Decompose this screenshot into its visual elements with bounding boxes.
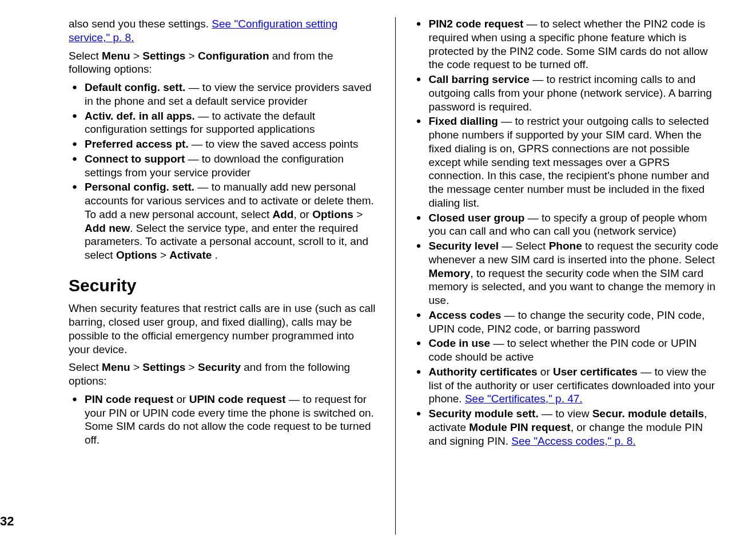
list-item: Authority certificates or User certifica… xyxy=(413,365,722,406)
certificates-link[interactable]: See "Certificates," p. 47. xyxy=(465,393,583,405)
config-options-list: Default config. sett. — to view the serv… xyxy=(69,81,378,262)
security-intro: When security features that restrict cal… xyxy=(69,302,378,356)
list-item: Security level — Select Phone to request… xyxy=(413,239,722,307)
page-number: 32 xyxy=(0,513,14,529)
list-item: Code in use — to select whether the PIN … xyxy=(413,337,722,364)
security-heading: Security xyxy=(69,275,378,296)
menu-label: Menu xyxy=(102,50,130,62)
list-item: Personal config. sett. — to manually add… xyxy=(69,180,378,262)
configuration-label: Configuration xyxy=(198,50,269,62)
security-options-list-left: PIN code request or UPIN code request — … xyxy=(69,393,378,447)
intro-paragraph: also send you these settings. See "Confi… xyxy=(69,17,378,45)
page: 32 also send you these settings. See "Co… xyxy=(23,17,733,535)
right-column: PIN2 code request — to select whether th… xyxy=(395,17,734,535)
list-item: PIN code request or UPIN code request — … xyxy=(69,393,378,447)
list-item: PIN2 code request — to select whether th… xyxy=(413,17,722,72)
list-item: Access codes — to change the security co… xyxy=(413,308,722,336)
list-item: Activ. def. in all apps. — to activate t… xyxy=(69,109,378,137)
intro-text: also send you these settings. xyxy=(69,18,212,30)
list-item: Preferred access pt. — to view the saved… xyxy=(69,137,378,151)
security-options-list-right: PIN2 code request — to select whether th… xyxy=(413,17,722,448)
select-path: Select Menu > Settings > Configuration a… xyxy=(69,49,378,77)
list-item: Security module sett. — to view Secur. m… xyxy=(413,407,722,448)
list-item: Closed user group — to specify a group o… xyxy=(413,211,722,239)
access-codes-link[interactable]: See "Access codes," p. 8. xyxy=(511,435,635,447)
list-item: Fixed dialling — to restrict your outgoi… xyxy=(413,114,722,209)
security-select-path: Select Menu > Settings > Security and fr… xyxy=(69,361,378,388)
settings-label: Settings xyxy=(142,50,185,62)
list-item: Default config. sett. — to view the serv… xyxy=(69,81,378,108)
left-column: also send you these settings. See "Confi… xyxy=(23,17,395,535)
list-item: Connect to support — to download the con… xyxy=(69,152,378,180)
list-item: Call barring service — to restrict incom… xyxy=(413,73,722,113)
